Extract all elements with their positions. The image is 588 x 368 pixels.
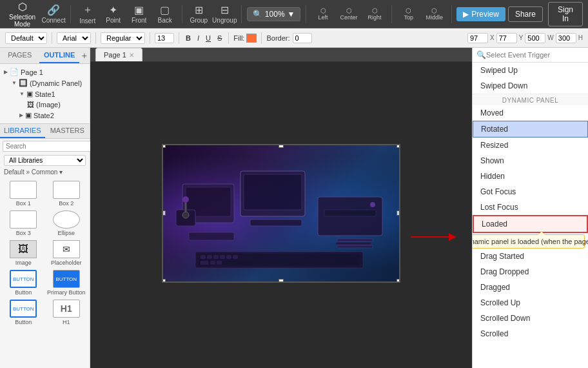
port-right-button[interactable]: ⬡ Right xyxy=(363,2,386,26)
dropdown-scrolled[interactable]: Scrolled xyxy=(473,326,588,342)
tree-dynamic-panel[interactable]: ▼ 🔲 (Dynamic Panel) xyxy=(10,77,87,88)
style-select[interactable]: Default xyxy=(5,32,47,44)
underline-button[interactable]: U xyxy=(204,34,213,43)
align-middle-button[interactable]: ⬡ Middle xyxy=(423,2,446,26)
dropdown-moved[interactable]: Moved xyxy=(473,105,588,121)
dropdown-loaded[interactable]: Loaded xyxy=(473,215,588,233)
x-field[interactable] xyxy=(467,33,488,43)
tree-state2[interactable]: ▶ ▣ State2 xyxy=(18,110,87,121)
svg-rect-22 xyxy=(217,261,222,265)
fill-color-swatch[interactable] xyxy=(246,34,257,43)
group-button[interactable]: ⊞ Group xyxy=(187,2,210,26)
ungroup-icon: ⊟ xyxy=(220,4,229,16)
share-button[interactable]: Share xyxy=(508,6,543,22)
align-top-button[interactable]: ⬡ Top xyxy=(397,2,420,26)
tree-arrow4: ▶ xyxy=(19,112,23,118)
component-box3[interactable]: Box 3 xyxy=(4,210,43,236)
dropdown-rotated[interactable]: Rotated xyxy=(473,121,588,138)
canvas-tab-page1[interactable]: Page 1 ✕ xyxy=(95,48,142,61)
sign-in-button[interactable]: Sign In xyxy=(548,2,583,26)
connect-icon: 🔗 xyxy=(47,4,60,16)
bold-button[interactable]: B xyxy=(184,34,193,43)
tab-close-button[interactable]: ✕ xyxy=(129,52,134,59)
tree-page1[interactable]: ▶ 📄 Page 1 xyxy=(3,66,87,77)
dropdown-search-input[interactable] xyxy=(486,51,584,59)
zoom-control[interactable]: 🔍 100% ▼ xyxy=(247,7,301,21)
back-button[interactable]: ▢ Back xyxy=(153,2,177,26)
main-layout: PAGES OUTLINE + ▶ 📄 Page 1 ▼ 🔲 (Dynamic … xyxy=(0,48,588,368)
dropdown-dragged[interactable]: Dragged xyxy=(473,280,588,295)
canvas-content[interactable] xyxy=(90,62,472,364)
dynamic-panel-icon: 🔲 xyxy=(19,79,28,87)
lib-search-input[interactable] xyxy=(3,141,91,152)
strikethrough-button[interactable]: S xyxy=(215,34,224,43)
fmt-sep6 xyxy=(261,32,262,44)
image-icon: 🖼 xyxy=(27,101,34,108)
weight-select[interactable]: Regular xyxy=(101,32,145,44)
component-placeholder[interactable]: ✉ Placeholder xyxy=(47,240,86,266)
component-button[interactable]: BUTTON Button xyxy=(4,270,43,296)
component-image[interactable]: 🖼 Image xyxy=(4,240,43,266)
front-button[interactable]: ▣ Front xyxy=(128,2,151,26)
fmt-sep3 xyxy=(150,32,150,44)
format-toolbar: Default Arial Regular B I U S Fill: Bord… xyxy=(0,28,588,48)
sep6 xyxy=(451,5,452,23)
component-primary-button[interactable]: BUTTON Primary Button xyxy=(47,270,86,296)
dropdown-resized[interactable]: Resized xyxy=(473,138,588,153)
italic-button[interactable]: I xyxy=(195,34,201,43)
component-box1[interactable]: Box 1 xyxy=(4,181,43,207)
placeholder-preview: ✉ xyxy=(53,240,80,258)
dropdown-scrolled-down[interactable]: Scrolled Down xyxy=(473,311,588,326)
component-h1[interactable]: H1 H1 xyxy=(47,300,86,325)
pages-tab[interactable]: PAGES xyxy=(0,48,39,63)
back-icon: ▢ xyxy=(160,4,170,16)
selection-mode-button[interactable]: ⬡ Selection Mode xyxy=(5,2,39,26)
port-center-icon: ⬡ xyxy=(346,7,352,14)
connect-button[interactable]: 🔗 Connect xyxy=(42,2,65,26)
svg-rect-27 xyxy=(336,242,371,245)
insert-button[interactable]: ＋ Insert xyxy=(76,2,99,26)
fmt-sep4 xyxy=(179,32,179,44)
dropdown-swiped-down[interactable]: Swiped Down xyxy=(473,78,588,94)
dropdown-swiped-up[interactable]: Swiped Up xyxy=(473,63,588,78)
dropdown-scrolled-up[interactable]: Scrolled Up xyxy=(473,295,588,311)
fmt-sep2 xyxy=(95,32,96,44)
font-size-input[interactable] xyxy=(155,33,174,43)
canvas-image[interactable] xyxy=(162,144,400,283)
tree-state1[interactable]: ▼ ▣ State1 xyxy=(18,88,87,99)
dropdown-drag-dropped[interactable]: Drag Dropped xyxy=(473,264,588,280)
w-field[interactable] xyxy=(525,33,545,43)
component-button2[interactable]: BUTTON Button xyxy=(4,300,43,325)
border-input[interactable] xyxy=(293,33,312,43)
dropdown-drag-started[interactable]: Drag Started xyxy=(473,249,588,264)
libraries-tab[interactable]: LIBRARIES xyxy=(0,124,45,138)
box3-preview xyxy=(10,210,37,229)
y-field[interactable] xyxy=(496,33,517,43)
dropdown-got-focus[interactable]: Got Focus xyxy=(473,184,588,199)
component-ellipse[interactable]: Ellipse xyxy=(47,210,86,236)
dropdown-search: 🔍 xyxy=(473,48,588,63)
panel-tabs: PAGES OUTLINE + xyxy=(0,48,90,64)
state2-icon: ▣ xyxy=(25,111,32,119)
ungroup-button[interactable]: ⊟ Ungroup xyxy=(213,2,236,26)
all-libraries-select[interactable]: All Libraries xyxy=(4,155,86,166)
svg-point-9 xyxy=(182,212,189,218)
component-box2[interactable]: Box 2 xyxy=(47,181,86,207)
port-center-button[interactable]: ⬡ Center xyxy=(337,2,360,26)
dropdown-lost-focus[interactable]: Lost Focus xyxy=(473,199,588,215)
outline-tab[interactable]: OUTLINE xyxy=(39,48,79,63)
h-field[interactable] xyxy=(556,33,576,43)
preview-button[interactable]: ▶ Preview xyxy=(456,7,505,21)
dropdown-shown[interactable]: Shown xyxy=(473,153,588,169)
tree-image[interactable]: 🖼 (Image) xyxy=(26,99,87,110)
masters-tab[interactable]: MASTERS xyxy=(45,124,90,138)
left-panel: PAGES OUTLINE + ▶ 📄 Page 1 ▼ 🔲 (Dynamic … xyxy=(0,48,90,368)
font-select[interactable]: Arial xyxy=(57,32,91,44)
lib-select-row: All Libraries xyxy=(0,154,90,167)
fill-control: Fill: xyxy=(233,34,257,43)
port-left-button[interactable]: ⬡ Left xyxy=(311,2,335,26)
dropdown-hidden[interactable]: Hidden xyxy=(473,169,588,184)
add-page-btn[interactable]: + xyxy=(79,48,90,63)
tooltip-text: The dynamic panel is loaded (when the pa… xyxy=(472,238,588,245)
point-button[interactable]: ✦ Point xyxy=(102,2,125,26)
